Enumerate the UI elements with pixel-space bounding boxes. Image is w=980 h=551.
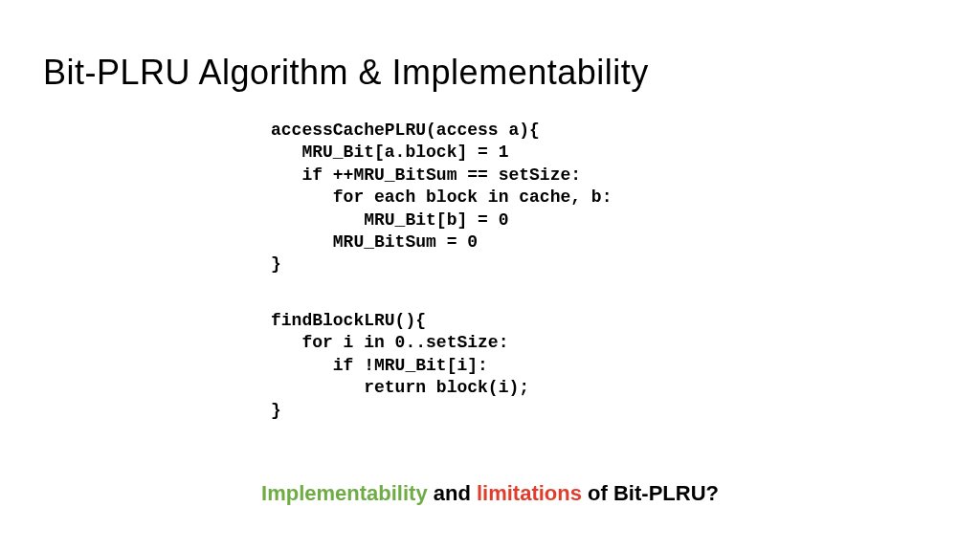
slide-title: Bit-PLRU Algorithm & Implementability	[0, 0, 980, 93]
question-line: Implementability and limitations of Bit-…	[0, 481, 980, 506]
word-implementability: Implementability	[261, 481, 428, 505]
question-rest: of Bit-PLRU?	[582, 481, 719, 505]
word-limitations: limitations	[477, 481, 582, 505]
code-block-find: findBlockLRU(){ for i in 0..setSize: if …	[271, 310, 529, 422]
conj-and: and	[428, 481, 477, 505]
code-block-access: accessCachePLRU(access a){ MRU_Bit[a.blo…	[271, 120, 612, 276]
